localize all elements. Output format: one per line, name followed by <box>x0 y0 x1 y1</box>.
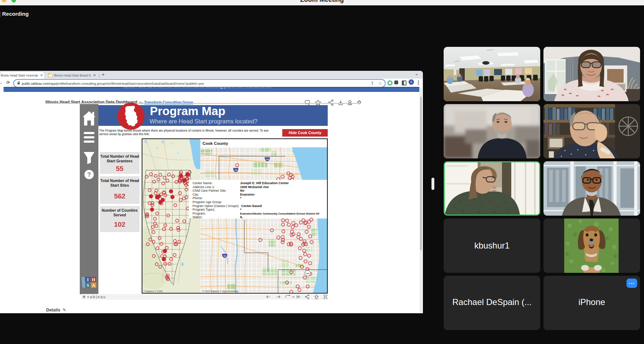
svg-text:Joseph E. Hill Education Cente: Joseph E. Hill Education Center <box>240 181 289 185</box>
svg-text:Evanston/Skokie Community Cons: Evanston/Skokie Community Consolidated S… <box>240 212 319 215</box>
svg-text:?: ? <box>87 171 91 178</box>
svg-text:City:: City: <box>192 193 199 196</box>
svg-text:A: A <box>92 283 95 288</box>
svg-text:Program:: Program: <box>192 212 206 215</box>
svg-text:Center Name:: Center Name: <box>192 181 213 185</box>
svg-text:Program Option (Classes | Grou: Program Option (Classes | Groups): <box>192 205 239 208</box>
svg-text:*: * <box>240 208 241 211</box>
svg-text:294: 294 <box>265 158 269 161</box>
svg-text:Child Care Partner Site:: Child Care Partner Site: <box>192 189 226 192</box>
svg-text:No: No <box>240 189 244 192</box>
svg-text:H: H <box>92 277 96 282</box>
svg-text:94: 94 <box>235 169 237 171</box>
svg-text:Center-based: Center-based <box>241 204 262 208</box>
svg-text:Evanston: Evanston <box>240 193 255 196</box>
svg-text:394: 394 <box>306 272 309 275</box>
svg-text:IL: IL <box>240 215 243 219</box>
svg-text:Cook County: Cook County <box>203 141 228 146</box>
svg-text:Address Line 1:: Address Line 1: <box>192 185 215 189</box>
svg-text:© Mapbox © OSM: © Mapbox © OSM <box>143 290 162 293</box>
svg-text:I: I <box>87 277 89 282</box>
svg-text:+ab|eau: +ab|eau <box>87 295 106 299</box>
svg-text:Program Age Group:: Program Age Group: <box>192 200 222 204</box>
svg-text:State1:: State1: <box>192 215 203 219</box>
svg-text:S: S <box>87 283 89 288</box>
svg-text:55: 55 <box>224 255 226 257</box>
svg-text:Phone:: Phone: <box>192 196 203 200</box>
svg-text:*: * <box>240 196 241 200</box>
svg-text:Program Type1:: Program Type1: <box>192 208 215 211</box>
svg-text:© 2022 Mapbox © OpenStreetMap: © 2022 Mapbox © OpenStreetMap <box>203 290 239 293</box>
svg-text:1500 McDaniel Ave: 1500 McDaniel Ave <box>240 185 269 189</box>
